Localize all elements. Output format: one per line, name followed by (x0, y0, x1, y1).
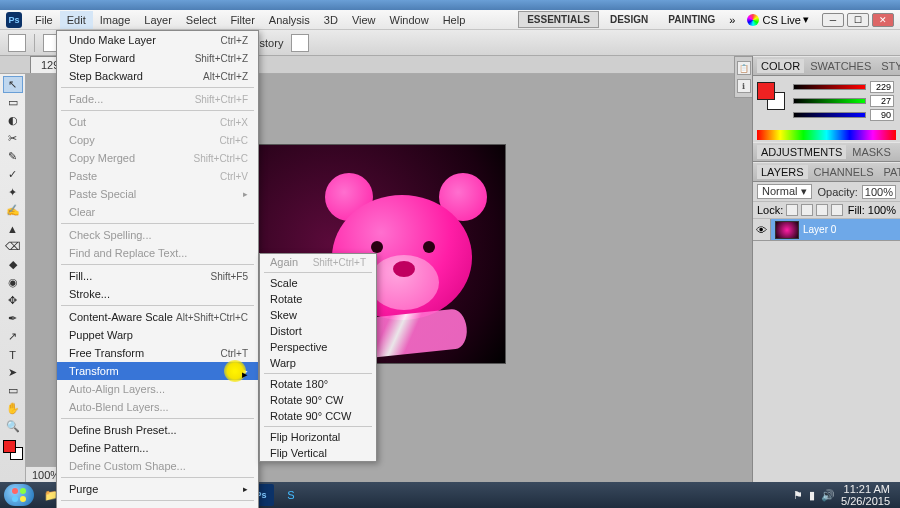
history-panel-icon[interactable]: 📋 (737, 61, 751, 75)
menu-edit[interactable]: Edit (60, 11, 93, 29)
panel-tab-swatches[interactable]: SWATCHES (806, 59, 875, 73)
tool-12[interactable]: ✥ (3, 292, 23, 309)
layer-row[interactable]: 👁 Layer 0 (753, 219, 900, 241)
g-value[interactable]: 27 (870, 95, 894, 107)
menu-item-transform[interactable]: Transform▸▸ (57, 362, 258, 380)
submenu-item-perspective[interactable]: Perspective (260, 339, 376, 355)
start-button[interactable] (4, 484, 34, 506)
layer-name[interactable]: Layer 0 (803, 224, 836, 235)
tool-9[interactable]: ⌫ (3, 238, 23, 255)
tool-8[interactable]: ▲ (3, 220, 23, 237)
cs-live-button[interactable]: CS Live▾ (747, 13, 809, 26)
menu-item-stroke[interactable]: Stroke... (57, 285, 258, 303)
submenu-item-rotate-180[interactable]: Rotate 180° (260, 376, 376, 392)
submenu-item-rotate-90-cw[interactable]: Rotate 90° CW (260, 392, 376, 408)
menu-item-undo-make-layer[interactable]: Undo Make LayerCtrl+Z (57, 31, 258, 49)
tool-13[interactable]: ✒ (3, 310, 23, 327)
lock-pixels-icon[interactable] (801, 204, 813, 216)
menu-item-fill[interactable]: Fill...Shift+F5 (57, 267, 258, 285)
tray-flag-icon[interactable]: ⚑ (793, 489, 803, 502)
menu-layer[interactable]: Layer (137, 11, 179, 29)
workspace-tab-essentials[interactable]: ESSENTIALS (518, 11, 599, 28)
panel-tab-masks[interactable]: MASKS (848, 145, 895, 159)
tool-3[interactable]: ✂ (3, 130, 23, 147)
menu-image[interactable]: Image (93, 11, 138, 29)
submenu-item-flip-horizontal[interactable]: Flip Horizontal (260, 429, 376, 445)
menu-item-adobe-pdf-presets[interactable]: Adobe PDF Presets... (57, 503, 258, 508)
tool-5[interactable]: ✓ (3, 166, 23, 183)
color-swatch[interactable] (3, 440, 23, 460)
g-slider[interactable] (793, 98, 866, 104)
panel-tab-layers[interactable]: LAYERS (757, 165, 808, 179)
b-slider[interactable] (793, 112, 866, 118)
close-button[interactable]: ✕ (872, 13, 894, 27)
tool-18[interactable]: ✋ (3, 400, 23, 417)
menu-help[interactable]: Help (436, 11, 473, 29)
clock-time[interactable]: 11:21 AM (841, 483, 890, 495)
info-panel-icon[interactable]: ℹ (737, 79, 751, 93)
panel-tab-channels[interactable]: CHANNELS (810, 165, 878, 179)
menu-item-step-forward[interactable]: Step ForwardShift+Ctrl+Z (57, 49, 258, 67)
menu-filter[interactable]: Filter (223, 11, 261, 29)
panel-tab-paths[interactable]: PATHS (880, 165, 901, 179)
menu-item-free-transform[interactable]: Free TransformCtrl+T (57, 344, 258, 362)
layer-thumbnail[interactable] (775, 221, 799, 239)
color-ramp[interactable] (757, 130, 896, 140)
tool-15[interactable]: T (3, 346, 23, 363)
tool-preset-icon[interactable] (8, 34, 26, 52)
submenu-item-distort[interactable]: Distort (260, 323, 376, 339)
lock-position-icon[interactable] (816, 204, 828, 216)
lock-transparent-icon[interactable] (786, 204, 798, 216)
tool-14[interactable]: ↗ (3, 328, 23, 345)
tool-1[interactable]: ▭ (3, 94, 23, 111)
menu-window[interactable]: Window (383, 11, 436, 29)
tool-7[interactable]: ✍ (3, 202, 23, 219)
r-slider[interactable] (793, 84, 866, 90)
menu-item-step-backward[interactable]: Step BackwardAlt+Ctrl+Z (57, 67, 258, 85)
blend-mode-dropdown[interactable]: Normal ▾ (757, 184, 812, 199)
panel-tab-adjustments[interactable]: ADJUSTMENTS (757, 145, 846, 159)
menu-3d[interactable]: 3D (317, 11, 345, 29)
submenu-item-scale[interactable]: Scale (260, 275, 376, 291)
panel-tab-color[interactable]: COLOR (757, 59, 804, 73)
menu-item-purge[interactable]: Purge▸ (57, 480, 258, 498)
tool-6[interactable]: ✦ (3, 184, 23, 201)
submenu-item-flip-vertical[interactable]: Flip Vertical (260, 445, 376, 461)
tool-4[interactable]: ✎ (3, 148, 23, 165)
clock-date[interactable]: 5/26/2015 (841, 495, 890, 507)
menu-item-content-aware-scale[interactable]: Content-Aware ScaleAlt+Shift+Ctrl+C (57, 308, 258, 326)
b-value[interactable]: 90 (870, 109, 894, 121)
maximize-button[interactable]: ☐ (847, 13, 869, 27)
submenu-item-rotate-90-ccw[interactable]: Rotate 90° CCW (260, 408, 376, 424)
tablet-icon[interactable] (291, 34, 309, 52)
tool-17[interactable]: ▭ (3, 382, 23, 399)
tool-11[interactable]: ◉ (3, 274, 23, 291)
opacity-value[interactable]: 100% (862, 185, 896, 199)
tray-network-icon[interactable]: ▮ (809, 489, 815, 502)
fill-value[interactable]: 100% (868, 204, 896, 216)
menu-item-define-pattern[interactable]: Define Pattern... (57, 439, 258, 457)
menu-item-puppet-warp[interactable]: Puppet Warp (57, 326, 258, 344)
menu-item-define-brush-preset[interactable]: Define Brush Preset... (57, 421, 258, 439)
tool-16[interactable]: ➤ (3, 364, 23, 381)
menu-select[interactable]: Select (179, 11, 224, 29)
chevrons-icon[interactable]: » (729, 14, 735, 26)
tool-2[interactable]: ◐ (3, 112, 23, 129)
submenu-item-warp[interactable]: Warp (260, 355, 376, 371)
menu-analysis[interactable]: Analysis (262, 11, 317, 29)
panel-tab-styles[interactable]: STYLES (877, 59, 900, 73)
r-value[interactable]: 229 (870, 81, 894, 93)
tool-19[interactable]: 🔍 (3, 418, 23, 435)
submenu-item-skew[interactable]: Skew (260, 307, 376, 323)
menu-file[interactable]: File (28, 11, 60, 29)
tool-10[interactable]: ◆ (3, 256, 23, 273)
tray-volume-icon[interactable]: 🔊 (821, 489, 835, 502)
visibility-toggle[interactable]: 👁 (753, 219, 771, 240)
workspace-tab-design[interactable]: DESIGN (601, 11, 657, 28)
submenu-item-rotate[interactable]: Rotate (260, 291, 376, 307)
workspace-tab-painting[interactable]: PAINTING (659, 11, 724, 28)
lock-all-icon[interactable] (831, 204, 843, 216)
menu-view[interactable]: View (345, 11, 383, 29)
tool-0[interactable]: ↖ (3, 76, 23, 93)
skype-icon[interactable]: S (278, 484, 304, 506)
